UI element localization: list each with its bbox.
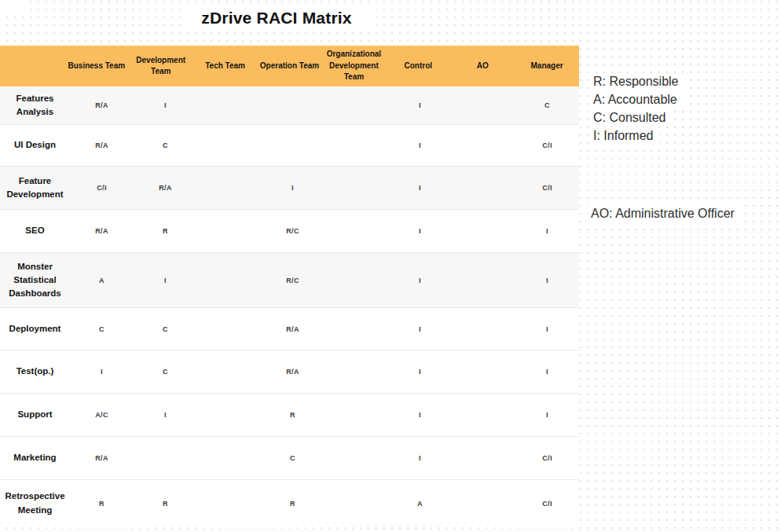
legend-item: A: Accountable (591, 91, 685, 109)
raci-cell (452, 437, 515, 479)
raci-cell (452, 394, 515, 436)
raci-cell (197, 480, 261, 526)
raci-cell (324, 210, 388, 252)
raci-cell (452, 167, 515, 209)
raci-cell: I (134, 86, 197, 124)
raci-cell: R/A (70, 437, 134, 479)
raci-cell (324, 308, 388, 350)
raci-cell: C/I (70, 167, 134, 209)
raci-cell (197, 308, 261, 350)
raci-cell: C/I (515, 437, 579, 479)
raci-cell (324, 125, 388, 166)
raci-cell (197, 350, 261, 393)
raci-cell (197, 86, 261, 124)
raci-cell: I (388, 350, 452, 393)
raci-cell: C (261, 437, 324, 479)
legend-item: R: Responsible (591, 73, 685, 91)
row-label: Deployment (0, 308, 70, 350)
row-label: Features Analysis (0, 86, 70, 124)
raci-cell: I (388, 125, 452, 166)
table-row: Test(op.)ICR/AII (0, 350, 579, 393)
raci-cell: I (388, 210, 452, 252)
column-header: Manager (515, 46, 579, 86)
raci-cell (197, 437, 261, 479)
raci-cell (452, 480, 515, 526)
raci-cell (452, 86, 515, 124)
raci-cell (134, 437, 197, 479)
raci-cell: I (70, 350, 134, 393)
raci-cell (324, 394, 388, 436)
legend-ao-note: AO: Administrative Officer (588, 205, 741, 222)
raci-cell (324, 480, 388, 526)
raci-cell: R (261, 480, 324, 526)
raci-cell: A/C (70, 394, 134, 436)
row-label: Monster Statistical Dashboards (0, 253, 70, 307)
row-label: Support (0, 394, 70, 436)
legend-item: I: Informed (591, 127, 685, 145)
legend-item-text: I: Informed (591, 127, 659, 145)
raci-cell (324, 437, 388, 479)
raci-cell: C (515, 86, 579, 124)
raci-cell: R (70, 480, 134, 526)
raci-cell: C/I (515, 125, 579, 166)
raci-cell (324, 167, 388, 209)
raci-cell: R (134, 210, 197, 252)
column-header: Control (386, 46, 450, 86)
raci-cell: I (515, 394, 579, 436)
raci-cell: R/A (261, 350, 324, 393)
table-row: SEOR/ARR/CII (0, 209, 579, 252)
raci-cell: I (388, 394, 452, 436)
raci-cell: I (515, 210, 579, 252)
matrix-body: Features AnalysisR/AIICUI DesignR/ACIC/I… (0, 86, 579, 526)
column-header: Business Team (64, 46, 129, 86)
column-header: Organizational Development Team (321, 46, 386, 86)
raci-cell: I (515, 253, 579, 307)
raci-cell (452, 308, 515, 350)
raci-cell: C (134, 125, 197, 166)
table-row: Monster Statistical DashboardsAIR/CII (0, 252, 579, 307)
row-label: Marketing (0, 437, 70, 479)
raci-cell: I (388, 308, 452, 350)
raci-cell (197, 125, 261, 166)
raci-cell: R/A (261, 308, 324, 350)
table-row: Features AnalysisR/AIIC (0, 86, 579, 124)
column-header: Operation Team (258, 46, 322, 86)
raci-cell: I (134, 394, 197, 436)
table-row: MarketingR/ACIC/I (0, 436, 579, 479)
legend-item: C: Consulted (591, 109, 685, 127)
column-header: Development Team (129, 46, 193, 86)
raci-cell (261, 86, 324, 124)
row-label: Test(op.) (0, 350, 70, 393)
raci-cell: C/I (515, 480, 579, 526)
raci-cell: A (70, 253, 134, 307)
raci-cell: I (515, 308, 579, 350)
raci-cell: I (134, 253, 197, 307)
raci-cell: C (134, 350, 197, 393)
legend: R: ResponsibleA: AccountableC: Consulted… (591, 73, 685, 145)
raci-cell: R (261, 394, 324, 436)
raci-cell: R/A (70, 210, 134, 252)
raci-cell (452, 125, 515, 166)
corner-white-patch (0, 0, 28, 14)
raci-cell: R/C (261, 210, 324, 252)
raci-cell (197, 394, 261, 436)
raci-cell: A (388, 480, 452, 526)
column-header: Tech Team (193, 46, 258, 86)
raci-cell: R (134, 480, 197, 526)
table-row: Retrospective MeetingRRRAC/I (0, 479, 579, 526)
raci-cell: R/A (70, 125, 134, 166)
raci-cell: R/A (70, 86, 134, 124)
raci-cell (324, 253, 388, 307)
row-label: SEO (0, 210, 70, 252)
legend-ao-note-text: AO: Administrative Officer (588, 205, 741, 222)
table-row: DeploymentCCR/AII (0, 307, 579, 350)
raci-cell: I (515, 350, 579, 393)
legend-item-text: A: Accountable (591, 91, 684, 108)
raci-cell (324, 86, 388, 124)
matrix-header: Business TeamDevelopment TeamTech TeamOp… (0, 46, 579, 86)
raci-cell: C (134, 308, 197, 350)
raci-cell: C/I (515, 167, 579, 209)
raci-cell (197, 167, 261, 209)
raci-cell (452, 350, 515, 393)
raci-cell (452, 253, 515, 307)
